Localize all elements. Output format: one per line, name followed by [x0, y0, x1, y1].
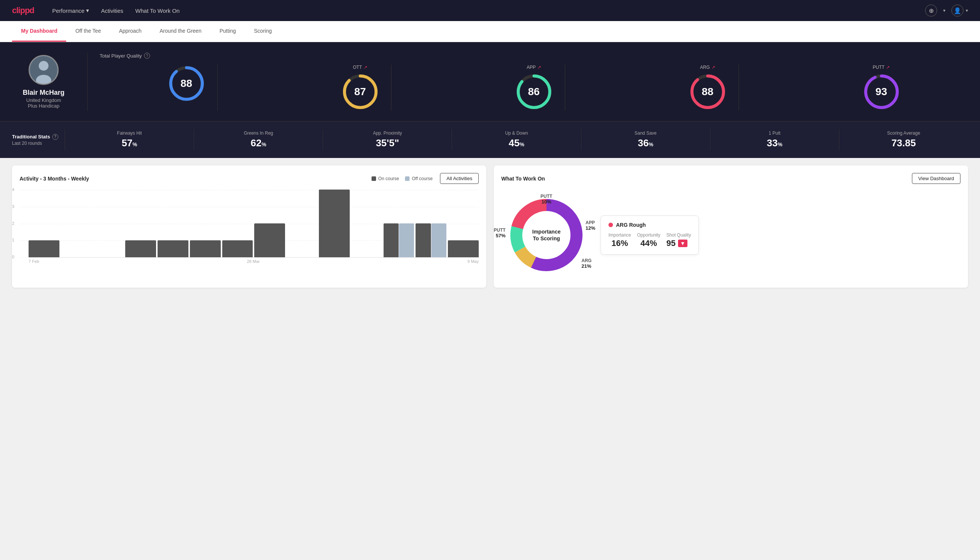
arg-label: ARG ↗: [700, 65, 715, 70]
stat-scoring-average: Scoring Average 73.85: [839, 129, 968, 150]
circle-putt: PUTT ↗ 93: [851, 65, 912, 110]
svg-point-1: [39, 60, 48, 70]
metric-shot-quality: Shot Quality 95 ▼: [666, 232, 691, 248]
chevron-down-icon-user: ▾: [966, 8, 968, 13]
all-activities-button[interactable]: All Activities: [440, 173, 479, 184]
avatar: [28, 55, 59, 85]
player-name: Blair McHarg: [23, 89, 64, 97]
arg-rough-card: ARG Rough Importance 16% Opportunity 44%…: [601, 215, 699, 255]
tab-off-the-tee[interactable]: Off the Tee: [66, 21, 110, 42]
app-label: APP ↗: [526, 65, 541, 70]
donut-label-app: APP 12%: [586, 220, 595, 231]
card-metrics: Importance 16% Opportunity 44% Shot Qual…: [609, 232, 691, 248]
bar-offcourse: [431, 223, 446, 257]
arg-circle: 88: [689, 73, 727, 110]
stats-subtitle: Last 20 rounds: [12, 141, 65, 146]
bar-chart: 4 3 2 1 0 7 Feb 28 Mar 9 May: [20, 190, 479, 265]
arrow-icon: ↗: [537, 65, 541, 70]
player-info: Blair McHarg United Kingdom Plus Handica…: [12, 55, 87, 109]
add-button[interactable]: ⊕: [925, 5, 937, 17]
bar-oncourse: [158, 240, 188, 257]
view-dashboard-button[interactable]: View Dashboard: [912, 173, 960, 184]
arrow-icon: ↗: [712, 65, 715, 70]
shot-quality-value-wrap: 95 ▼: [666, 238, 691, 248]
app-circle: 86: [515, 73, 553, 110]
stats-label: Traditional Stats ? Last 20 rounds: [12, 134, 65, 146]
tab-scoring[interactable]: Scoring: [245, 21, 281, 42]
what-to-work-on-panel: What To Work On View Dashboard Importanc…: [494, 165, 968, 288]
user-icon: 👤: [952, 5, 963, 17]
legend-offcourse: Off course: [405, 176, 433, 181]
app-value: 86: [528, 86, 540, 98]
donut-label-arg: ARG 21%: [581, 258, 592, 269]
bar-group: [28, 240, 60, 257]
stats-help-icon[interactable]: ?: [52, 134, 58, 140]
chevron-down-icon-add: ▾: [943, 8, 945, 13]
bar-oncourse: [254, 223, 285, 257]
activity-chart-panel: Activity - 3 Months - Weekly On course O…: [12, 165, 486, 288]
stat-fairways-hit: Fairways Hit 57%: [65, 129, 194, 150]
donut-label-putt: PUTT 57%: [494, 228, 506, 238]
bar-oncourse: [319, 190, 350, 257]
bar-oncourse: [448, 240, 479, 257]
donut-center-text: Importance To Scoring: [532, 228, 560, 242]
activity-header-right: On course Off course All Activities: [371, 173, 479, 184]
wtwon-title: What To Work On: [501, 176, 545, 182]
circle-arg: ARG ↗ 88: [677, 65, 739, 110]
tab-approach[interactable]: Approach: [110, 21, 150, 42]
bar-group: [384, 223, 414, 257]
bar-group: [254, 223, 285, 257]
tab-bar: My Dashboard Off the Tee Approach Around…: [0, 21, 980, 42]
player-country: United Kingdom: [26, 97, 61, 103]
tab-around-the-green[interactable]: Around the Green: [150, 21, 210, 42]
legend-oncourse: On course: [371, 176, 399, 181]
circle-app: APP ↗ 86: [503, 65, 565, 110]
help-icon[interactable]: ?: [144, 53, 150, 59]
arg-value: 88: [702, 86, 714, 98]
donut-label-ott: PUTT 10%: [541, 194, 552, 205]
arrow-icon: ↗: [364, 65, 368, 70]
hero-section: Blair McHarg United Kingdom Plus Handica…: [0, 42, 980, 121]
putt-circle: 93: [863, 73, 900, 110]
overall-value: 88: [181, 77, 192, 90]
bars-container: [28, 190, 479, 258]
ott-value: 87: [354, 86, 366, 98]
logo: clippd: [12, 6, 34, 15]
bar-group: [158, 240, 188, 257]
putt-label: PUTT ↗: [873, 65, 890, 70]
tab-putting[interactable]: Putting: [211, 21, 245, 42]
nav-performance[interactable]: Performance ▾: [52, 7, 89, 14]
nav-activities[interactable]: Activities: [101, 8, 123, 14]
tab-my-dashboard[interactable]: My Dashboard: [12, 21, 66, 42]
putt-value: 93: [875, 86, 887, 98]
activity-chart-title: Activity - 3 Months - Weekly: [20, 176, 89, 182]
person-icon: 👤: [954, 7, 961, 14]
stat-greens-in-reg: Greens In Reg 62%: [194, 129, 323, 150]
x-axis-labels: 7 Feb 28 Mar 9 May: [20, 259, 479, 263]
user-menu[interactable]: 👤 ▾: [952, 5, 968, 17]
bar-group: [222, 240, 253, 257]
bottom-panels: Activity - 3 Months - Weekly On course O…: [0, 158, 980, 295]
stat-1-putt: 1 Putt 33%: [710, 129, 839, 150]
bar-offcourse: [399, 223, 414, 257]
activity-panel-header: Activity - 3 Months - Weekly On course O…: [20, 173, 479, 184]
metrics-title: Total Player Quality ?: [100, 53, 968, 59]
stat-app-proximity: App. Proximity 35'5": [323, 129, 452, 150]
bar-group: [319, 190, 350, 257]
circle-ott: OTT ↗ 87: [329, 65, 391, 110]
bar-oncourse: [384, 223, 399, 257]
bar-oncourse: [222, 240, 253, 257]
oncourse-dot: [371, 177, 376, 181]
circle-overall: 88: [156, 65, 218, 110]
offcourse-dot: [405, 177, 409, 181]
stats-bar: Traditional Stats ? Last 20 rounds Fairw…: [0, 121, 980, 158]
stat-sand-save: Sand Save 36%: [581, 129, 710, 150]
ott-circle: 87: [341, 73, 379, 110]
stats-title: Traditional Stats ?: [12, 134, 65, 140]
top-navigation: clippd Performance ▾ Activities What To …: [0, 0, 980, 21]
stat-up-down: Up & Down 45%: [452, 129, 581, 150]
metric-opportunity: Opportunity 44%: [637, 232, 661, 248]
nav-what-to-work-on[interactable]: What To Work On: [135, 8, 180, 14]
bar-group: [190, 240, 221, 257]
wtwon-panel-header: What To Work On View Dashboard: [501, 173, 960, 184]
